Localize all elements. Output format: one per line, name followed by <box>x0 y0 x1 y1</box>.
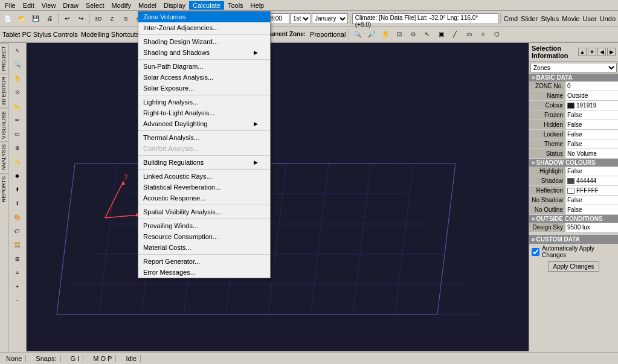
nav-left[interactable]: ◀ <box>597 48 606 56</box>
lt-extrude[interactable]: ⬆ <box>11 183 24 196</box>
menu-draw[interactable]: Draw <box>59 1 82 10</box>
menu-acoustic-resp[interactable]: Acoustic Response... <box>138 193 270 203</box>
side-label-3deditor[interactable]: 3D EDITOR <box>0 74 8 108</box>
menu-shading-shadows[interactable]: Shading and Shadows ▶ <box>138 47 270 58</box>
side-label-reports[interactable]: REPORTS <box>0 173 8 205</box>
tb-circle[interactable]: ○ <box>476 28 489 41</box>
lt-draw1[interactable]: 📐 <box>11 100 24 113</box>
menu-help[interactable]: Help <box>247 1 268 10</box>
menu-adv-daylighting[interactable]: Advanced Daylighting ▶ <box>138 118 270 129</box>
tb-select[interactable]: ↖ <box>420 28 434 41</box>
side-label-visualise[interactable]: VISUALISE <box>0 108 8 142</box>
lt-zoom[interactable]: 🔍 <box>11 58 24 71</box>
menu-calculate[interactable]: Calculate <box>189 1 224 10</box>
toolbar-row-1: 📄 📂 💾 🖨 ↩ ↪ 3D Z S AP SH L VI 🖼 ⟳ ⤡ ✛ ⎘ … <box>0 11 618 27</box>
lt-orbit[interactable]: ⊙ <box>11 86 24 99</box>
status-idle: Idle <box>122 355 141 362</box>
nav-down[interactable]: ▼ <box>588 48 596 56</box>
lt-info[interactable]: ℹ <box>11 197 24 210</box>
tb-new[interactable]: 📄 <box>1 12 14 25</box>
tb-save[interactable]: 💾 <box>29 12 42 25</box>
lt-snap[interactable]: ⊕ <box>11 141 24 155</box>
menu-solar-exposure[interactable]: Solar Exposure... <box>138 83 270 94</box>
menu-inter-zonal[interactable]: Inter-Zonal Adjacencies... <box>138 22 270 33</box>
menu-prevailing-winds[interactable]: Prevailing Winds... <box>138 220 270 231</box>
tb-3d[interactable]: 3D <box>92 12 105 25</box>
lt-color[interactable]: 🎨 <box>11 211 24 224</box>
tb-zoom-in[interactable]: 🔍 <box>351 28 364 41</box>
tb-surf[interactable]: S <box>120 12 133 25</box>
lt-draw2[interactable]: ✏ <box>11 113 24 127</box>
menu-thermal[interactable]: Thermal Analysis... <box>138 132 270 143</box>
menu-linked-acoustic[interactable]: Linked Acoustic Rays... <box>138 171 270 182</box>
slider-label[interactable]: Slider <box>520 15 539 22</box>
menu-sun-path[interactable]: Sun-Path Diagram... <box>138 61 270 72</box>
lt-plus[interactable]: + <box>11 280 24 293</box>
menu-zone-volumes[interactable]: Zone Volumes <box>138 11 270 22</box>
apply-changes-button[interactable]: Apply Changes <box>548 261 600 272</box>
nav-up[interactable]: ▲ <box>578 48 587 56</box>
menu-file[interactable]: File <box>1 1 19 10</box>
nav-right[interactable]: ▶ <box>607 48 616 56</box>
menu-solar-access[interactable]: Solar Access Analysis... <box>138 72 270 83</box>
menu-building-regs[interactable]: Building Regulations ▶ <box>138 157 270 168</box>
sep6 <box>500 13 501 24</box>
reflection-label: Reflection <box>529 186 565 195</box>
lt-draw3[interactable]: ▭ <box>11 127 24 141</box>
tb-fit[interactable]: ⊡ <box>393 28 406 41</box>
tb-zoom-out[interactable]: 🔎 <box>365 28 378 41</box>
lt-measure[interactable]: 📏 <box>11 155 24 168</box>
menu-right-to-light[interactable]: Right-to-Light Analysis... <box>138 107 270 118</box>
lt-tag[interactable]: 🏷 <box>11 225 24 238</box>
month-select[interactable]: January <box>312 13 348 24</box>
menu-stat-reverb[interactable]: Statistical Reverberation... <box>138 182 270 193</box>
menu-model[interactable]: Model <box>135 1 160 10</box>
menu-report-gen[interactable]: Report Generator... <box>138 256 270 267</box>
stylus-label[interactable]: Stylus <box>539 15 560 22</box>
tb-line[interactable]: ╱ <box>448 28 462 41</box>
menu-edit[interactable]: Edit <box>19 1 38 10</box>
lt-minus[interactable]: − <box>11 294 24 307</box>
submenu-arrow2: ▶ <box>254 121 258 127</box>
lt-node[interactable]: ◆ <box>11 169 24 182</box>
menu-error-messages[interactable]: Error Messages... <box>138 267 270 278</box>
lt-pan[interactable]: ✋ <box>11 72 24 85</box>
tb-polygon[interactable]: ⬡ <box>490 28 503 41</box>
menu-select[interactable]: Select <box>82 1 108 10</box>
tb-open[interactable]: 📂 <box>15 12 28 25</box>
tb-zone[interactable]: Z <box>106 12 119 25</box>
panel-zones-select[interactable]: Zones <box>530 63 617 72</box>
undo-label[interactable]: Undo <box>599 15 617 22</box>
lt-calc[interactable]: 🧮 <box>11 238 24 252</box>
lt-select[interactable]: ↖ <box>11 44 24 57</box>
tb-rect[interactable]: ▭ <box>462 28 475 41</box>
panel-title: Selection Information <box>532 45 576 59</box>
viewport[interactable]: 2 <box>27 43 529 351</box>
user-label[interactable]: User <box>581 15 597 22</box>
tb-undo2[interactable]: ↩ <box>60 12 74 25</box>
tb-redo[interactable]: ↪ <box>74 12 88 25</box>
tb-orbit[interactable]: ⊙ <box>407 28 420 41</box>
tb-print[interactable]: 🖨 <box>43 12 56 25</box>
menu-shading-wizard[interactable]: Shading Design Wizard... <box>138 36 270 47</box>
climate-button[interactable]: Climate: [No Data File] Lat: -32.0° Lng:… <box>352 13 498 24</box>
menu-resource-consumption[interactable]: Resource Consumption... <box>138 231 270 242</box>
step-select[interactable]: 1st <box>290 13 311 24</box>
menu-view[interactable]: View <box>38 1 60 10</box>
tb-box[interactable]: ▣ <box>434 28 448 41</box>
shadow-row: Shadow 444444 <box>529 176 618 186</box>
tb-pan[interactable]: ✋ <box>379 28 392 41</box>
menu-spatial-vis[interactable]: Spatial Visibility Analysis... <box>138 206 270 217</box>
auto-apply-checkbox[interactable] <box>532 248 539 256</box>
side-label-project[interactable]: PROJECT <box>0 43 8 74</box>
frozen-row: Frozen False <box>529 110 618 120</box>
menu-modify[interactable]: Modify <box>108 1 135 10</box>
menu-lighting[interactable]: Lighting Analysis... <box>138 97 270 107</box>
menu-display[interactable]: Display <box>160 1 189 10</box>
menu-material-costs[interactable]: Material Costs... <box>138 242 270 253</box>
lt-grid[interactable]: ⊞ <box>11 252 24 266</box>
lt-layers[interactable]: ≡ <box>11 266 24 279</box>
menu-tools[interactable]: Tools <box>224 1 247 10</box>
movie-label[interactable]: Movie <box>561 15 581 22</box>
side-label-analysis[interactable]: ANALYSIS <box>0 141 8 173</box>
